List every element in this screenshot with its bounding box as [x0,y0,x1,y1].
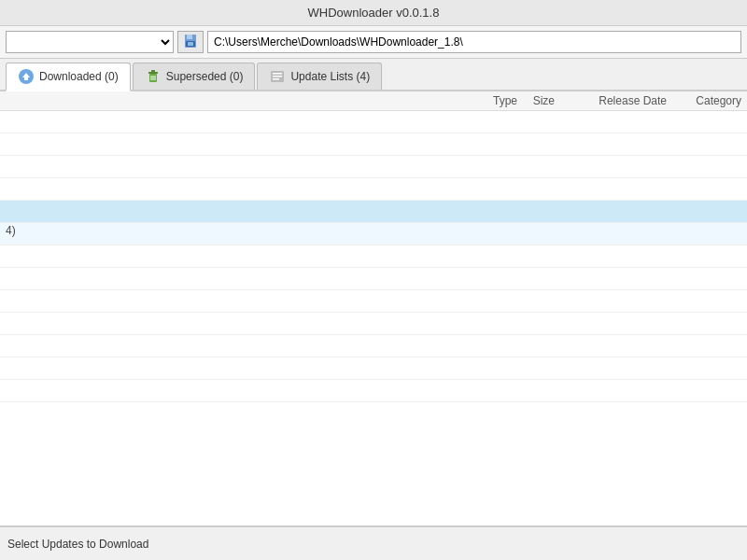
svg-rect-1 [187,35,192,39]
svg-rect-13 [273,73,282,75]
tab-update-lists[interactable]: Update Lists (4) [257,63,382,90]
table-container: Type Size Release Date Category 4) [0,91,747,526]
table-row[interactable] [0,380,747,402]
col-header-type: Type [461,94,517,107]
col-header-category: Category [667,94,741,107]
table-row[interactable] [0,133,747,156]
tab-superseded[interactable]: Superseded (0) [133,63,256,90]
col-header-size: Size [517,94,573,107]
path-input[interactable] [207,31,741,53]
toolbar [0,26,747,59]
table-row[interactable] [0,290,747,313]
table-row[interactable] [0,335,747,357]
status-bar: Select Updates to Download [0,526,747,560]
tab-update-lists-label: Update Lists (4) [290,70,370,83]
svg-rect-15 [273,78,279,80]
table-row-light[interactable]: 4) [0,223,747,245]
svg-rect-3 [188,42,193,46]
row-label: 4) [0,224,16,237]
table-rows: 4) [0,111,747,402]
save-icon [183,34,198,51]
download-icon [18,68,35,85]
column-headers: Type Size Release Date Category [0,91,747,111]
status-text: Select Updates to Download [7,538,148,551]
list-icon [269,68,286,85]
svg-rect-8 [151,70,155,72]
tab-downloaded[interactable]: Downloaded (0) [6,63,131,91]
tab-downloaded-label: Downloaded (0) [39,70,119,83]
trash-icon [145,68,162,85]
col-header-release: Release Date [573,94,667,107]
table-row[interactable] [0,111,747,133]
table-row[interactable] [0,268,747,290]
dropdown-select[interactable] [6,31,174,53]
table-row[interactable] [0,245,747,268]
title-bar: WHDownloader v0.0.1.8 [0,0,747,26]
tab-superseded-label: Superseded (0) [166,70,244,83]
table-row[interactable] [0,313,747,335]
table-row-highlighted[interactable] [0,201,747,223]
app-title: WHDownloader v0.0.1.8 [308,6,440,20]
svg-rect-7 [148,72,158,74]
save-button[interactable] [177,31,204,53]
table-row[interactable] [0,178,747,201]
svg-rect-14 [273,76,282,77]
table-row[interactable] [0,156,747,178]
tabs-row: Downloaded (0) Superseded (0) Upda [0,59,747,91]
table-row[interactable] [0,357,747,380]
